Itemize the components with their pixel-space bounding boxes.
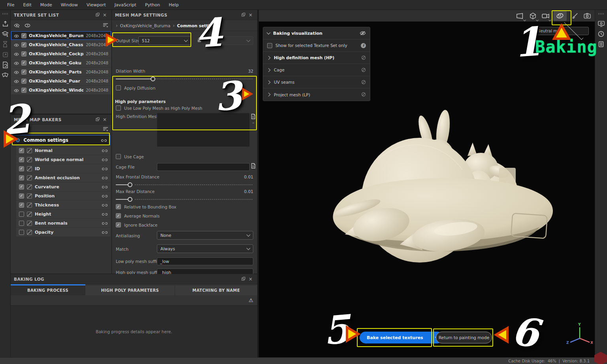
tab-high-poly-parameters[interactable]: HIGH POLY PARAMETERS: [85, 285, 175, 295]
geometry-view-icon[interactable]: [528, 11, 538, 21]
cage-file-input[interactable]: [157, 163, 250, 171]
viz-row-high-definition-mesh[interactable]: High definition mesh (HP): [263, 52, 370, 64]
texture-set-checkbox[interactable]: ✓: [21, 79, 26, 84]
tab-matching-by-name[interactable]: MATCHING BY NAME: [175, 285, 257, 295]
menu-edit[interactable]: Edit: [19, 1, 35, 9]
texture-set-row[interactable]: ✓ OxKingsVehicle_Buruma 2048x2048: [11, 31, 111, 40]
baker-checkbox[interactable]: ✓: [19, 166, 24, 171]
eye-icon[interactable]: [14, 50, 19, 58]
use-low-poly-checkbox[interactable]: ✓: [116, 105, 121, 111]
baker-row[interactable]: ✓ Height: [16, 210, 110, 218]
link-icon[interactable]: [102, 220, 107, 227]
file-picker-icon[interactable]: [251, 163, 256, 170]
dilation-width-slider[interactable]: [116, 77, 253, 81]
close-icon[interactable]: ×: [101, 117, 108, 122]
visibility-off-icon[interactable]: [361, 66, 366, 74]
baker-checkbox[interactable]: ✓: [19, 157, 24, 162]
visibility-off-icon[interactable]: [361, 79, 366, 86]
link-icon[interactable]: [102, 147, 107, 154]
baker-checkbox[interactable]: ✓: [19, 212, 24, 217]
viz-row-uv-seams[interactable]: UV seams: [263, 76, 370, 88]
undock-icon[interactable]: [240, 276, 247, 282]
close-icon[interactable]: ×: [247, 12, 254, 18]
ignore-backface-checkbox[interactable]: ✓: [116, 222, 121, 227]
baker-row[interactable]: ✓ Position: [16, 191, 110, 200]
baker-row[interactable]: ✓ Bent normals: [16, 219, 110, 227]
link-icon[interactable]: [102, 174, 107, 182]
baking-visualization-header[interactable]: Baking visualization: [263, 27, 370, 39]
texture-set-stack-icon[interactable]: 1: [2, 30, 9, 38]
viz-row-project-mesh[interactable]: Project mesh (LP): [263, 88, 370, 101]
close-icon[interactable]: ×: [101, 12, 108, 18]
drag-handle[interactable]: [2, 13, 8, 15]
use-cage-checkbox[interactable]: ✓: [116, 154, 121, 159]
resources-update-icon[interactable]: [2, 61, 9, 68]
undock-icon[interactable]: [94, 12, 101, 18]
relative-bounding-box-checkbox[interactable]: ✓: [116, 204, 121, 209]
tab-baking-process[interactable]: BAKING PROCESS: [11, 285, 85, 295]
texture-set-row[interactable]: ✓ OxKingsVehicle_Window 2048x2048: [11, 86, 111, 94]
baker-checkbox[interactable]: ✓: [19, 193, 24, 199]
lock-ratio-icon[interactable]: [197, 37, 202, 45]
eye-icon[interactable]: [14, 77, 19, 85]
remove-mesh-icon[interactable]: –: [252, 120, 254, 126]
undock-icon[interactable]: [240, 12, 247, 18]
camera-view-icon[interactable]: [540, 11, 550, 21]
texture-set-row[interactable]: ✓ OxKingsVehicle_Goku 2048x2048: [11, 58, 111, 67]
slider-knob[interactable]: [128, 182, 132, 187]
breadcrumb-texture-set[interactable]: OxKingsVehicle_Buruma: [120, 23, 170, 28]
history-icon[interactable]: [598, 30, 605, 38]
texture-set-checkbox[interactable]: ✓: [21, 88, 26, 93]
toggle-all-visibility-icon[interactable]: [14, 22, 20, 29]
link-icon[interactable]: [102, 229, 107, 236]
texture-set-row[interactable]: ✓ OxKingsVehicle_Puar 2048x2048: [11, 77, 111, 85]
drag-handle-right[interactable]: [598, 13, 604, 15]
visibility-off-icon[interactable]: [361, 54, 366, 62]
texture-set-checkbox[interactable]: ✓: [21, 51, 26, 56]
close-icon[interactable]: ×: [247, 276, 254, 282]
eye-icon[interactable]: [14, 41, 19, 49]
texture-set-checkbox[interactable]: ✓: [21, 69, 26, 75]
undock-icon[interactable]: [94, 117, 101, 122]
max-rear-slider[interactable]: [116, 197, 253, 202]
eye-slash-icon[interactable]: [360, 30, 366, 37]
eye-icon[interactable]: [14, 86, 19, 94]
screenshot-icon[interactable]: [582, 11, 592, 21]
baker-row[interactable]: ✓ Curvature: [16, 182, 110, 191]
baker-checkbox[interactable]: ✓: [19, 175, 24, 180]
return-to-painting-mode-button[interactable]: Return to painting mode: [436, 332, 492, 343]
high-definition-meshes-list[interactable]: [157, 113, 250, 147]
slider-knob[interactable]: [128, 197, 132, 202]
texture-set-checkbox[interactable]: ✓: [21, 60, 26, 66]
baker-checkbox[interactable]: ✓: [19, 203, 24, 208]
menu-javascript[interactable]: JavaScript: [111, 1, 140, 9]
menu-viewport[interactable]: Viewport: [83, 1, 110, 9]
viz-row-cage[interactable]: Cage: [263, 64, 370, 76]
visibility-off-icon[interactable]: [361, 91, 366, 98]
baker-row[interactable]: ✓ ID: [16, 164, 110, 173]
texture-set-checkbox[interactable]: ✓: [21, 33, 26, 38]
geometry-icon[interactable]: [2, 71, 9, 79]
eye-icon[interactable]: [14, 32, 19, 39]
link-icon[interactable]: [102, 210, 107, 218]
sort-filter-icon[interactable]: [103, 126, 108, 133]
baker-checkbox[interactable]: ✓: [19, 148, 24, 153]
texture-set-row[interactable]: ✓ OxKingsVehicle_Chassis 2048x2048: [11, 40, 111, 49]
match-dropdown[interactable]: Always: [157, 244, 253, 253]
baker-row[interactable]: ✓ Ambient occlusion: [16, 173, 110, 182]
painting-mode-icon[interactable]: [570, 11, 580, 21]
link-icon[interactable]: [102, 156, 107, 163]
eye-icon[interactable]: [14, 68, 19, 76]
baker-checkbox[interactable]: ✓: [19, 221, 24, 226]
antialiasing-dropdown[interactable]: None: [157, 231, 253, 240]
link-icon[interactable]: [102, 183, 107, 191]
apply-diffusion-checkbox[interactable]: ✓: [116, 85, 121, 90]
show-selected-checkbox[interactable]: ✓: [267, 43, 272, 48]
export-icon[interactable]: [2, 20, 9, 27]
breadcrumb-common-settings[interactable]: Common settings: [177, 23, 218, 28]
menu-help[interactable]: Help: [165, 1, 183, 9]
menu-file[interactable]: File: [3, 1, 18, 9]
menu-python[interactable]: Python: [141, 1, 164, 9]
menu-mode[interactable]: Mode: [36, 1, 56, 9]
show-selected-row[interactable]: ✓ Show for selected Texture Set only i: [263, 39, 370, 52]
